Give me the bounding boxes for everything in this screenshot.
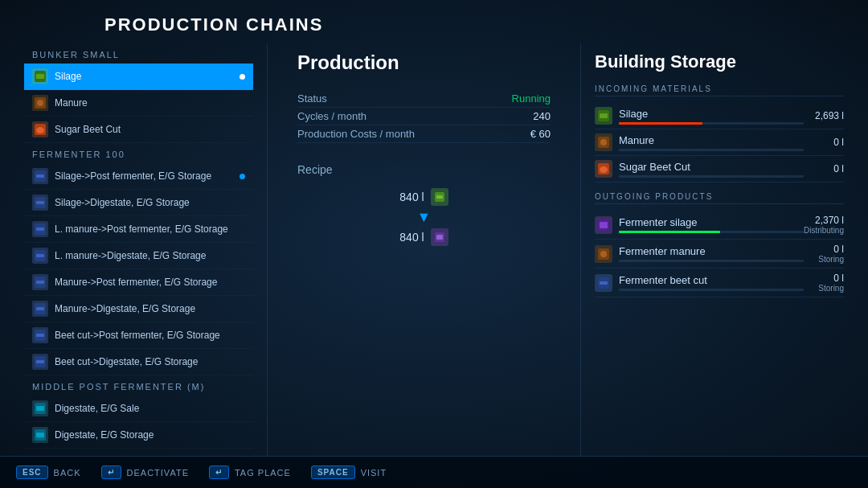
sidebar-item-label: Digestate, E/G Sale bbox=[55, 403, 245, 414]
main-content: PRODUCTION CHAINS BUNKER SMALLSilageManu… bbox=[0, 0, 868, 488]
sidebar-item-chain1[interactable]: Silage->Post fermenter, E/G Storage bbox=[24, 163, 253, 190]
sidebar-item-chain7[interactable]: Beet cut->Post fermenter, E/G Storage bbox=[24, 322, 253, 349]
storage-item-fermenter-manure: Fermenter manure0 lStoring bbox=[595, 240, 844, 269]
left-panel: BUNKER SMALLSilageManureSugar Beet CutFE… bbox=[24, 43, 253, 456]
svg-rect-29 bbox=[436, 235, 443, 240]
recipe-input-icon bbox=[431, 188, 448, 206]
storage-item-value: 0 l bbox=[804, 273, 844, 284]
storage-item-info: Silage bbox=[619, 108, 804, 125]
key-label: ↵ bbox=[209, 465, 229, 479]
manure-icon bbox=[595, 245, 612, 263]
svg-rect-19 bbox=[36, 334, 44, 337]
svg-rect-21 bbox=[36, 360, 44, 363]
storage-item-value: 2,370 l bbox=[804, 215, 844, 226]
sidebar-item-chain3[interactable]: L. manure->Post fermenter, E/G Storage bbox=[24, 216, 253, 243]
storage-bar bbox=[619, 260, 804, 262]
sidebar-item-chain5[interactable]: Manure->Post fermenter, E/G Storage bbox=[24, 269, 253, 296]
svg-rect-7 bbox=[36, 174, 44, 178]
svg-rect-37 bbox=[600, 222, 608, 228]
storage-item-sugar-beet-cut: Sugar Beet Cut0 l bbox=[595, 156, 844, 182]
svg-rect-1 bbox=[36, 74, 44, 79]
storage-bar bbox=[619, 289, 804, 291]
key-btn-visit[interactable]: SPACEVISIT bbox=[311, 465, 387, 479]
chain-icon bbox=[32, 221, 48, 237]
sidebar-item-label: Sugar Beet Cut bbox=[55, 124, 245, 135]
storage-item-value: 2,693 l bbox=[804, 110, 844, 121]
outgoing-group: OUTGOING PRODUCTS Fermenter silage2,370 … bbox=[595, 192, 844, 297]
recipe-output-icon bbox=[431, 228, 448, 246]
key-action-label: TAG PLACE bbox=[235, 468, 291, 478]
storage-item-fermenter-silage: Fermenter silage2,370 lDistributing bbox=[595, 211, 844, 240]
storage-item-value: 0 l bbox=[804, 137, 844, 148]
sidebar-item-silage[interactable]: Silage bbox=[24, 64, 253, 90]
sidebar-item-manure[interactable]: Manure bbox=[24, 90, 253, 117]
fermenter-icon bbox=[595, 216, 612, 234]
stat-row: Production Costs / month€ 60 bbox=[297, 125, 551, 143]
svg-rect-13 bbox=[36, 254, 44, 257]
chain-icon bbox=[32, 248, 48, 264]
sidebar-item-chain8[interactable]: Beet cut->Digestate, E/G Storage bbox=[24, 349, 253, 375]
section-header-fermenter-100: FERMENTER 100 bbox=[24, 143, 253, 163]
recipe-output: 840 l bbox=[399, 228, 448, 246]
sidebar-item-digestate_sale[interactable]: Digestate, E/G Sale bbox=[24, 396, 253, 422]
storage-value-col: 0 lStoring bbox=[804, 273, 844, 293]
key-label: ↵ bbox=[101, 465, 121, 479]
right-separator bbox=[580, 43, 581, 456]
svg-point-33 bbox=[600, 139, 607, 146]
sidebar-item-chain4[interactable]: L. manure->Digestate, E/G Storage bbox=[24, 243, 253, 269]
storage-item-status: Storing bbox=[804, 284, 844, 293]
right-panel: Building Storage INCOMING MATERIALS Sila… bbox=[595, 43, 844, 456]
storage-item-name: Fermenter silage bbox=[619, 216, 804, 228]
sidebar-item-label: Manure->Post fermenter, E/G Storage bbox=[55, 277, 245, 288]
columns-container: BUNKER SMALLSilageManureSugar Beet CutFE… bbox=[0, 43, 868, 456]
sidebar-item-chain2[interactable]: Silage->Digestate, E/G Storage bbox=[24, 190, 253, 216]
stat-value: € 60 bbox=[530, 128, 551, 140]
svg-rect-23 bbox=[36, 406, 44, 411]
storage-item-status: Distributing bbox=[804, 226, 844, 235]
sidebar-item-sugarbeet[interactable]: Sugar Beet Cut bbox=[24, 117, 253, 143]
page-title: PRODUCTION CHAINS bbox=[0, 0, 868, 43]
key-action-label: BACK bbox=[54, 468, 81, 478]
incoming-group: INCOMING MATERIALS Silage2,693 lManure0 … bbox=[595, 84, 844, 182]
sidebar-item-digestate_storage[interactable]: Digestate, E/G Storage bbox=[24, 422, 253, 449]
storage-item-value: 0 l bbox=[804, 244, 844, 255]
storage-item-name: Silage bbox=[619, 108, 804, 120]
stat-row: Cycles / month240 bbox=[297, 108, 551, 125]
sidebar-item-label: Silage->Digestate, E/G Storage bbox=[55, 197, 245, 208]
key-action-label: VISIT bbox=[361, 468, 387, 478]
outgoing-header: OUTGOING PRODUCTS bbox=[595, 192, 844, 204]
section-header-middle-post-fermenter-(m): MIDDLE POST FERMENTER (M) bbox=[24, 375, 253, 396]
storage-item-fermenter-beet-cut: Fermenter beet cut0 lStoring bbox=[595, 269, 844, 297]
stat-value: 240 bbox=[533, 110, 551, 122]
silage-icon bbox=[595, 107, 612, 125]
key-action-label: DEACTIVATE bbox=[127, 468, 189, 478]
section-header-bunker-small: BUNKER SMALL bbox=[24, 43, 253, 64]
key-label: SPACE bbox=[311, 465, 355, 479]
stat-label: Production Costs / month bbox=[297, 128, 415, 140]
chain-icon bbox=[32, 274, 48, 290]
svg-rect-27 bbox=[436, 195, 443, 199]
stat-row: StatusRunning bbox=[297, 90, 551, 108]
storage-bar-fill bbox=[619, 231, 720, 233]
storage-item-silage: Silage2,693 l bbox=[595, 103, 844, 129]
key-btn-back[interactable]: ESCBACK bbox=[16, 465, 81, 479]
svg-rect-31 bbox=[600, 113, 608, 118]
sidebar-item-chain6[interactable]: Manure->Digestate, E/G Storage bbox=[24, 296, 253, 322]
svg-point-35 bbox=[600, 166, 608, 173]
recipe-arrow: ▼ bbox=[417, 210, 432, 224]
storage-bar bbox=[619, 231, 804, 233]
storage-item-name: Sugar Beet Cut bbox=[619, 161, 804, 173]
storage-item-status: Storing bbox=[804, 255, 844, 264]
key-btn-tag place[interactable]: ↵TAG PLACE bbox=[209, 465, 291, 479]
storage-bar bbox=[619, 149, 804, 151]
storage-value-col: 0 l bbox=[804, 137, 844, 148]
chain-icon bbox=[32, 168, 48, 184]
key-btn-deactivate[interactable]: ↵DEACTIVATE bbox=[101, 465, 189, 479]
chain-icon bbox=[32, 354, 48, 370]
storage-item-name: Fermenter manure bbox=[619, 245, 804, 257]
key-label: ESC bbox=[16, 465, 48, 479]
recipe-title: Recipe bbox=[297, 163, 551, 176]
stat-label: Cycles / month bbox=[297, 110, 366, 122]
svg-rect-17 bbox=[36, 307, 44, 310]
sidebar-item-label: Manure bbox=[55, 97, 245, 109]
